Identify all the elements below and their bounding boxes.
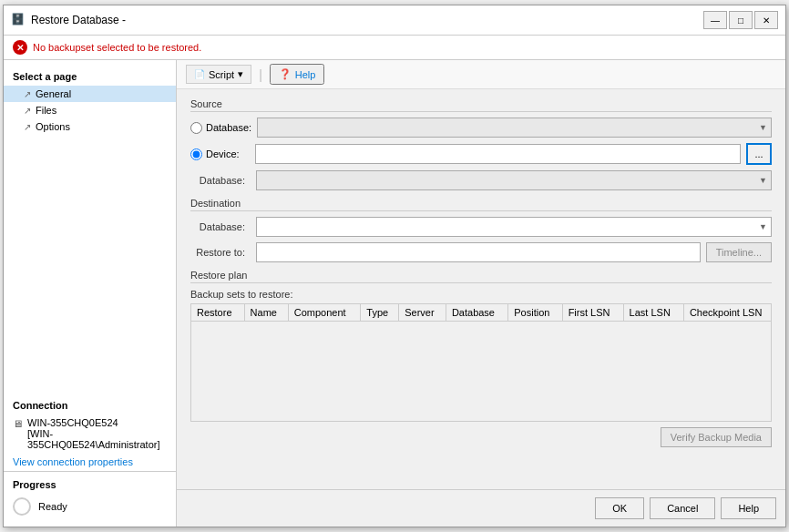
- script-icon: 📄: [194, 69, 205, 79]
- restore-plan-title: Restore plan: [190, 270, 772, 283]
- source-database-row: Database: ▼: [190, 118, 772, 138]
- close-button[interactable]: ✕: [754, 11, 778, 29]
- connection-details: WIN-355CHQ0E524 [WIN-355CHQ0E524\Adminis…: [27, 417, 167, 450]
- restore-to-label: Restore to:: [190, 247, 245, 258]
- help-icon: ❓: [279, 68, 292, 80]
- database-radio-text: Database:: [206, 122, 251, 133]
- source-label: Source: [190, 98, 772, 112]
- ok-button[interactable]: OK: [595, 497, 644, 519]
- dest-database-dropdown[interactable]: ▼: [256, 217, 772, 237]
- script-dropdown-arrow: ▾: [238, 68, 243, 80]
- device-radio-label[interactable]: Device:: [190, 148, 250, 160]
- destination-database-row: Database: ▼: [190, 217, 772, 237]
- title-bar: 🗄️ Restore Database - — □ ✕: [4, 5, 785, 36]
- sidebar-item-general[interactable]: ↗ General: [4, 86, 176, 102]
- server-icon: 🖥: [13, 418, 23, 429]
- restore-database-window: 🗄️ Restore Database - — □ ✕ ✕ No backups…: [3, 5, 786, 527]
- col-checkpoint-lsn[interactable]: Checkpoint LSN: [683, 304, 772, 322]
- col-position[interactable]: Position: [508, 304, 562, 322]
- connection-section: Connection 🖥 WIN-355CHQ0E524 [WIN-355CHQ…: [4, 396, 176, 471]
- source-db-label: Database:: [190, 175, 245, 186]
- restore-to-row: Restore to: Timeline...: [190, 242, 772, 262]
- progress-status: Ready: [38, 501, 67, 512]
- sidebar: Select a page ↗ General ↗ Files ↗ Option…: [4, 60, 177, 527]
- device-input[interactable]: [255, 144, 741, 164]
- toolbar: 📄 Script ▾ | ❓ Help: [177, 60, 785, 89]
- select-page-label: Select a page: [4, 67, 176, 86]
- progress-spinner: [13, 497, 31, 516]
- verify-area: Verify Backup Media: [190, 427, 772, 447]
- title-bar-controls: — □ ✕: [703, 11, 778, 29]
- script-button[interactable]: 📄 Script ▾: [186, 65, 251, 84]
- source-section: Source Database: ▼: [190, 98, 772, 190]
- help-button[interactable]: ❓ Help: [270, 64, 325, 85]
- main-content: Source Database: ▼: [177, 89, 785, 489]
- dest-database-label: Database:: [190, 221, 245, 232]
- sidebar-item-files-label: Files: [36, 105, 56, 116]
- col-first-lsn[interactable]: First LSN: [562, 304, 623, 322]
- help-dialog-button[interactable]: Help: [721, 497, 776, 519]
- script-label: Script: [209, 69, 234, 80]
- page-icon: ↗: [24, 89, 31, 99]
- connection-user: [WIN-355CHQ0E524\Administrator]: [27, 428, 167, 450]
- view-connection-properties-link[interactable]: View connection properties: [4, 453, 176, 471]
- window-icon: 🗄️: [11, 13, 26, 27]
- connection-server: WIN-355CHQ0E524: [27, 417, 167, 428]
- minimize-button[interactable]: —: [703, 11, 727, 29]
- source-database-dropdown[interactable]: ▼: [257, 118, 772, 138]
- dropdown-arrow-icon: ▼: [759, 123, 767, 132]
- cancel-button[interactable]: Cancel: [650, 497, 715, 519]
- verify-backup-button[interactable]: Verify Backup Media: [661, 427, 772, 447]
- database-radio[interactable]: [190, 122, 202, 134]
- col-name[interactable]: Name: [244, 304, 288, 322]
- progress-section: Progress Ready: [4, 471, 176, 519]
- connection-title: Connection: [4, 396, 176, 414]
- content-area: 📄 Script ▾ | ❓ Help Source: [177, 60, 785, 527]
- dropdown-arrow-icon2: ▼: [759, 176, 767, 185]
- sidebar-item-options-label: Options: [36, 121, 70, 132]
- main-layout: Select a page ↗ General ↗ Files ↗ Option…: [4, 60, 785, 527]
- browse-button[interactable]: ...: [746, 143, 772, 165]
- progress-row: Ready: [4, 494, 176, 519]
- connection-info: 🖥 WIN-355CHQ0E524 [WIN-355CHQ0E524\Admin…: [4, 414, 176, 453]
- restore-to-input[interactable]: [256, 242, 701, 262]
- col-restore[interactable]: Restore: [191, 304, 244, 322]
- source-db-name-row: Database: ▼: [190, 170, 772, 190]
- backup-sets-label: Backup sets to restore:: [190, 289, 772, 300]
- maximize-button[interactable]: □: [729, 11, 753, 29]
- device-radio-text: Device:: [206, 148, 240, 159]
- progress-title: Progress: [4, 471, 176, 494]
- page-icon: ↗: [24, 106, 31, 116]
- help-label: Help: [295, 69, 316, 80]
- col-server[interactable]: Server: [399, 304, 446, 322]
- error-message: No backupset selected to be restored.: [33, 42, 201, 53]
- dropdown-arrow-icon3: ▼: [759, 222, 767, 231]
- backup-sets-table-container[interactable]: Restore Name Component Type Server Datab…: [190, 303, 772, 422]
- source-device-row: Device: ...: [190, 143, 772, 165]
- source-db-dropdown[interactable]: ▼: [256, 170, 772, 190]
- backup-sets-table: Restore Name Component Type Server Datab…: [191, 304, 772, 322]
- table-header-row: Restore Name Component Type Server Datab…: [191, 304, 772, 322]
- database-radio-label[interactable]: Database:: [190, 122, 251, 134]
- destination-section: Destination Database: ▼ Restore to: Time…: [190, 198, 772, 262]
- title-bar-left: 🗄️ Restore Database -: [11, 13, 126, 27]
- destination-label: Destination: [190, 198, 772, 211]
- col-type[interactable]: Type: [361, 304, 399, 322]
- col-component[interactable]: Component: [288, 304, 361, 322]
- window-title: Restore Database -: [31, 14, 126, 26]
- error-bar: ✕ No backupset selected to be restored.: [4, 36, 785, 60]
- error-icon: ✕: [13, 40, 27, 55]
- col-database[interactable]: Database: [446, 304, 507, 322]
- sidebar-item-options[interactable]: ↗ Options: [4, 118, 176, 135]
- bottom-buttons: OK Cancel Help: [177, 489, 785, 527]
- sidebar-item-general-label: General: [36, 88, 71, 99]
- device-radio[interactable]: [190, 148, 202, 160]
- col-last-lsn[interactable]: Last LSN: [623, 304, 683, 322]
- timeline-button[interactable]: Timeline...: [706, 242, 772, 262]
- page-icon: ↗: [24, 122, 31, 132]
- toolbar-separator: |: [259, 67, 262, 82]
- restore-plan-section: Restore plan Backup sets to restore: Res…: [190, 270, 772, 447]
- sidebar-item-files[interactable]: ↗ Files: [4, 102, 176, 118]
